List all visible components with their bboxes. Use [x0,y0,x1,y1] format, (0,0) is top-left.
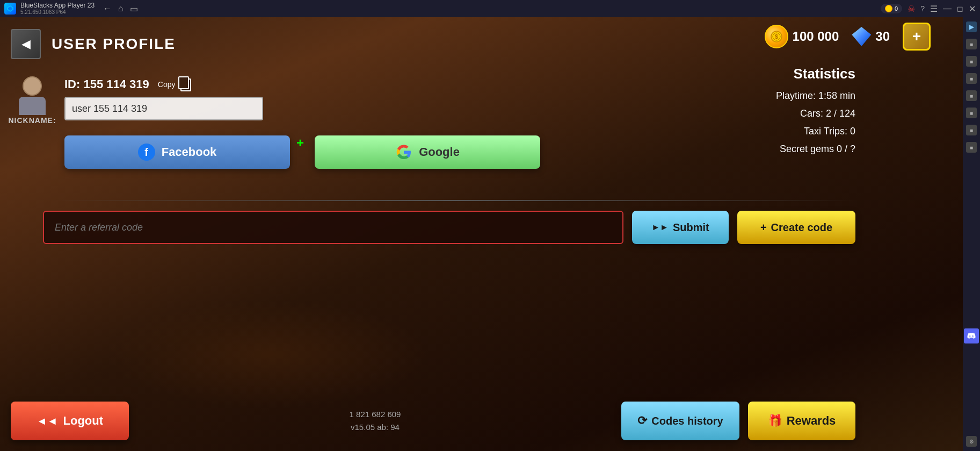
bottom-center-info: 1 821 682 609 v15.05 ab: 94 [129,408,621,434]
section-divider [54,200,855,201]
sidebar-icon-4[interactable]: ■ [966,73,977,84]
gold-currency: $ 100 000 [765,25,839,48]
codes-history-button[interactable]: ⟳ Codes history [621,402,739,440]
create-code-button[interactable]: + Create code [737,211,855,244]
topbar-avatar-icon: ☠ [908,4,915,14]
player-count: 1 821 682 609 [129,408,621,421]
topbar-coin-icon [885,5,892,12]
nav-back-icon[interactable]: ← [103,4,112,14]
profile-info: ID: 155 114 319 Copy [64,76,855,120]
logout-button[interactable]: ◄◄ Logout [11,402,129,440]
back-button[interactable]: ◀ [11,29,41,59]
sidebar-icon-7[interactable]: ■ [966,125,977,135]
facebook-icon: f [138,144,155,161]
rewards-icon: 🎁 [768,414,782,428]
referral-code-input[interactable] [43,211,623,244]
create-code-icon: + [760,221,767,234]
add-currency-button[interactable]: + [903,23,931,51]
submit-label: Submit [673,221,709,234]
google-button[interactable]: Google [315,135,540,169]
add-icon: + [912,28,921,45]
profile-section: NICKNAME: ID: 155 114 319 Copy [11,76,855,169]
topbar-coin-badge: 0 [881,4,902,13]
version-info: v15.05 ab: 94 [129,421,621,434]
currency-bar: $ 100 000 30 + [765,23,931,51]
nav-tabs-icon[interactable]: ▭ [130,4,138,14]
profile-top: NICKNAME: ID: 155 114 319 Copy [11,76,855,125]
codes-history-label: Codes history [651,415,723,427]
topbar-menu-icon[interactable]: ☰ [930,4,938,14]
create-code-label: Create code [771,221,833,234]
avatar-head [23,76,42,96]
bottom-row: ◄◄ Logout 1 821 682 609 v15.05 ab: 94 ⟳ … [11,402,855,440]
app-version: 5.21.650.1063 P64 [20,9,95,16]
sidebar-icon-8[interactable]: ■ [966,142,977,153]
avatar-body [19,97,46,115]
diamond-amount: 30 [875,29,890,44]
sidebar-icon-1[interactable]: ▶ [966,22,977,32]
car-silhouette [107,300,430,408]
topbar-right: 0 ☠ ? ☰ — ◻ ✕ [881,4,976,14]
topbar-nav: ← ⌂ ▭ [103,4,138,14]
rewards-button[interactable]: 🎁 Rewards [748,402,855,440]
referral-row: ►► Submit + Create code [43,211,855,244]
avatar: NICKNAME: [11,76,54,125]
topbar-help-icon[interactable]: ? [920,4,925,13]
submit-icon: ►► [651,223,669,232]
google-label: Google [419,145,460,159]
gold-coin-icon: $ [765,25,788,48]
facebook-button[interactable]: f Facebook [64,135,290,169]
bluestacks-topbar: BlueStacks App Player 23 5.21.650.1063 P… [0,0,980,17]
right-sidebar: ▶ ■ ■ ■ ■ ■ ■ ■ ⚙ [963,17,980,451]
sidebar-settings-icon[interactable]: ⚙ [966,436,977,447]
discord-icon[interactable] [964,328,979,343]
nickname-input[interactable] [64,97,263,120]
copy-label: Copy [158,80,176,89]
app-title: BlueStacks App Player 23 [20,2,95,9]
topbar-close-icon[interactable]: ✕ [969,4,976,14]
game-background: ◀ USER PROFILE $ 100 000 30 + Statistics… [0,17,963,451]
user-id: ID: 155 114 319 [64,77,149,91]
facebook-label: Facebook [162,145,217,159]
rewards-label: Rewards [787,414,836,428]
diamond-currency: 30 [852,27,890,46]
svg-text:$: $ [775,34,778,40]
codes-history-icon: ⟳ [637,414,647,428]
sidebar-icon-3[interactable]: ■ [966,56,977,67]
copy-icon [178,76,192,92]
social-buttons: f Facebook + Google [64,135,855,169]
nav-home-icon[interactable]: ⌂ [118,4,124,14]
back-icon: ◀ [21,37,31,51]
user-id-row: ID: 155 114 319 Copy [64,76,855,92]
avatar-figure [16,76,48,114]
diamond-icon [852,27,871,46]
topbar-restore-icon[interactable]: ◻ [957,4,963,13]
topbar-coin-count: 0 [895,5,898,12]
gold-amount: 100 000 [793,29,839,44]
page-title: USER PROFILE [52,35,176,53]
submit-button[interactable]: ►► Submit [632,211,729,244]
google-icon [395,144,412,161]
sidebar-icon-2[interactable]: ■ [966,39,977,49]
copy-button[interactable]: Copy [158,76,193,92]
topbar-minimize-icon[interactable]: — [943,4,952,13]
logout-label: Logout [63,414,104,428]
sidebar-icon-6[interactable]: ■ [966,108,977,118]
green-plus-icon: + [296,135,304,169]
sidebar-icon-5[interactable]: ■ [966,90,977,101]
logout-icon: ◄◄ [37,415,58,427]
bottom-right-buttons: ⟳ Codes history 🎁 Rewards [621,402,855,440]
bluestacks-logo [4,3,16,15]
nickname-label: NICKNAME: [8,116,56,125]
